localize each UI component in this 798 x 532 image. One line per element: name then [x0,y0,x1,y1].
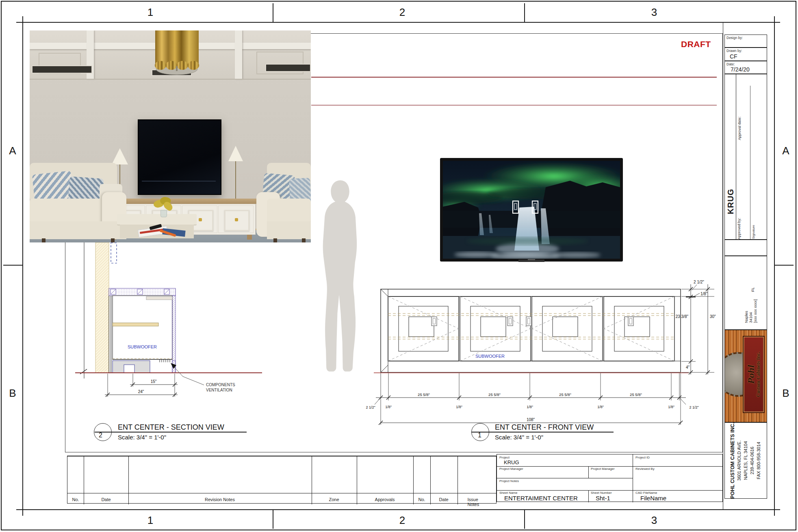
sheet-number-label: Sheet Number [591,491,612,495]
right-dimension-labels: 2 1/2" 1/8" 23 3/8" 30" 4" [676,280,716,370]
company-city: NAPLES, FL 34104 [742,422,749,499]
sheet-number-value: Sht-1 [596,495,610,502]
section-view-drawing: SUBWOOFER 15" 24" COMPONENTS VENTILAT [61,227,272,418]
photo-tv [138,119,221,195]
proj-line [633,454,633,502]
sofa-leg [273,238,277,242]
svg-text:1/8": 1/8" [597,405,604,409]
grid-label-top-1: 1 [147,6,153,19]
draft-stamp: DRAFT [681,39,711,49]
svg-text:VENTILATION: VENTILATION [206,388,232,392]
signature-label: Signature [752,225,755,239]
grid-label-right-A: A [782,145,789,157]
front-title-rule [471,432,614,433]
svg-text:25 5/8": 25 5/8" [488,392,501,397]
approval-date-label: Approval date: [737,117,742,140]
proj-line [497,490,723,491]
ac-vent [32,65,92,74]
svg-text:15": 15" [151,379,157,384]
ac-vent [265,64,311,72]
rev-col-line [312,456,312,504]
project-label: Project [499,456,510,459]
section-view-title: ENT CENTER - SECTION VIEW [118,423,224,432]
proj-line [588,490,589,502]
date-box: Date: 7/24/20 [724,61,767,74]
tv-render-image [440,158,623,263]
location-box: FL Naples 34104 [xxx xxx xxxx] [724,256,767,330]
gold-knob [199,218,202,221]
chandelier [150,30,204,80]
red-reference-line-upper [311,77,717,78]
front-view-scale: Scale: 3/4" = 1'-0" [495,434,543,441]
title-block: Design by: Drawn by: CF Date: 7/24/20 KR… [723,22,774,510]
svg-text:1/8": 1/8" [385,405,392,409]
rev-header-line [67,493,497,493]
svg-text:1/8": 1/8" [456,405,462,409]
grid-label-top-3: 3 [651,6,657,19]
credenza-door [218,205,254,233]
vase [160,210,167,217]
inner-border-bottom [16,509,780,510]
svg-text:2 1/2": 2 1/2" [366,405,375,409]
state-vertical: FL [750,287,755,292]
svg-text:2 1/2": 2 1/2" [689,405,698,409]
signature-rule [750,86,750,239]
proj-line [497,478,633,478]
lamp-shade-right [228,146,243,161]
rev-header-date1: Date [101,497,111,502]
approval-box: KRUG Approval date: Approved by: Signatu… [724,74,767,240]
bottom-dimensions [375,373,686,425]
project-value: KRUG [504,459,519,465]
spare-box [724,240,767,256]
company-phone: 239-404-0616 [749,422,755,499]
wall-section [95,242,109,373]
shelf-section [113,323,158,326]
company-info-box: POHL CUSTOM CABINETS INC. 3601 ARNOLD AV… [724,422,767,499]
photo-tv-reflection [142,181,216,182]
pm1-label: Project Manager [499,467,523,471]
subwoofer-label: SUBWOOFER [128,344,157,349]
project-table: Project KRUG Project ID Project Manager … [497,454,723,502]
rev-header-date2: Date [439,497,448,502]
credenza-leg [247,235,252,240]
section-view-number: 2 [99,432,102,439]
sofa-leg [42,238,46,242]
grid-label-bottom-1: 1 [147,514,153,527]
cabinet-base-section [113,359,176,373]
sheet-name-label: Sheet Name [499,491,517,495]
approved-by-label: Approved by: [737,218,741,239]
proj-line [588,466,589,478]
gold-knob [235,218,238,221]
subwoofer-label-front: SUBWOOFER [475,354,505,359]
company-name: POHL CUSTOM CABINETS INC. [729,422,736,499]
section-view-scale: Scale: 3/4" = 1'-0" [118,434,166,441]
grid-label-left-B: B [9,387,16,400]
sofa-leg [111,238,115,242]
svg-text:108": 108" [527,417,535,422]
project-code-vertical: KRUG [726,189,735,214]
svg-text:2 1/2": 2 1/2" [694,280,704,284]
grid-label-bottom-2: 2 [399,514,405,527]
rev-header-no2: No. [418,497,425,502]
cabinet-top-section [109,288,176,296]
tv-logo-mark [528,259,535,260]
tv-dashed-outline [111,243,117,263]
ventilation-note: COMPONENTS VENTILATION [171,363,235,392]
coffee-table [117,214,197,242]
svg-text:1/8": 1/8" [668,405,674,409]
city-line: Naples [744,299,748,323]
grid-label-right-B: B [782,387,789,400]
red-reference-line-lower [311,105,717,106]
inner-border-top [16,22,780,23]
rev-header-no1: No. [72,497,79,502]
gold-flower [154,196,173,211]
tv-screen [440,161,623,260]
grid-tick [775,265,794,266]
approval-box-divider [736,74,736,240]
rev-col-line [128,456,129,504]
right-dimensions [681,284,714,374]
section-title-rule [95,432,247,433]
human-silhouette [314,178,365,377]
logo-text: Pohl Custom Cabinets Inc. [746,352,761,397]
cad-filename-value: FileName [640,495,666,502]
